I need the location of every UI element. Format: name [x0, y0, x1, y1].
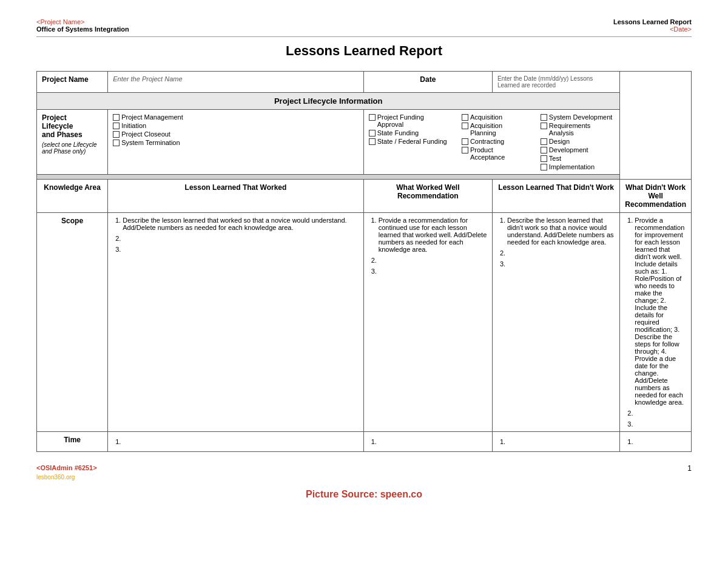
- time-worked-rec-cell[interactable]: 1.: [363, 432, 492, 452]
- date-input[interactable]: Enter the Date (mm/dd/yy) Lessons Learne…: [493, 72, 620, 93]
- label-sf: State Funding: [377, 129, 419, 137]
- lifecycle-item-test[interactable]: Test: [541, 155, 615, 162]
- header-project-name: <Project Name>: [36, 18, 129, 25]
- label-pa: Product Acceptance: [470, 146, 528, 161]
- lifecycle-label-cell: ProjectLifecycleand Phases (select one L…: [37, 110, 108, 175]
- header-date: <Date>: [613, 25, 692, 33]
- watermark-label: lesbon360.org: [36, 474, 97, 480]
- label-pfa: Project Funding Approval: [377, 113, 450, 128]
- lifecycle-item-design[interactable]: Design: [541, 138, 615, 145]
- label-acq: Acquisition: [470, 113, 502, 121]
- checkbox-sd[interactable]: [541, 114, 547, 121]
- page-footer: <OSIAdmin #6251> lesbon360.org 1: [36, 462, 692, 480]
- checkbox-pfa[interactable]: [369, 114, 376, 121]
- lifecycle-label: ProjectLifecycleand Phases: [42, 113, 83, 139]
- lifecycle-item-impl[interactable]: Implementation: [541, 163, 615, 170]
- lifecycle-item-closeout[interactable]: Project Closeout: [113, 130, 358, 138]
- label-sff: State / Federal Funding: [377, 138, 447, 145]
- lifecycle-item-sd[interactable]: System Development: [541, 113, 615, 121]
- label-design: Design: [549, 138, 570, 145]
- scope-didnt-work-cell[interactable]: Describe the lesson learned that didn't …: [493, 213, 620, 432]
- lifecycle-item-dev[interactable]: Development: [541, 146, 615, 153]
- lifecycle-checkboxes-col3: Acquisition Acquisition Planning Contrac…: [462, 113, 528, 170]
- scope-worked-rec-item-1: Provide a recommendation for continued u…: [379, 217, 487, 253]
- lifecycle-item-termination[interactable]: System Termination: [113, 139, 358, 146]
- checkbox-test[interactable]: [541, 155, 547, 162]
- checkbox-pm[interactable]: [113, 114, 120, 121]
- label-sd: System Development: [549, 113, 613, 121]
- col-worked-rec: What Worked Well Recommendation: [363, 180, 492, 213]
- scope-didnt-work-rec-item-2: 2.: [625, 410, 686, 417]
- spacer-cell-1: [37, 175, 620, 180]
- label-test: Test: [549, 155, 561, 162]
- spacer-row-1: [37, 175, 692, 180]
- project-name-input[interactable]: Enter the Project Name: [108, 72, 363, 93]
- header-right: Lessons Learned Report <Date>: [613, 18, 692, 33]
- time-didnt-work-cell[interactable]: 1.: [493, 432, 620, 452]
- scope-row: Scope Describe the lesson learned that w…: [37, 213, 692, 432]
- lifecycle-sublabel: (select one Lifecycle and Phase only): [42, 141, 103, 155]
- scope-worked-rec-cell[interactable]: Provide a recommendation for continued u…: [363, 213, 492, 432]
- scope-didnt-work-item-1: Describe the lesson learned that didn't …: [507, 217, 615, 246]
- lifecycle-item-sf[interactable]: State Funding: [369, 129, 450, 137]
- lifecycle-item-ra[interactable]: Requirements Analysis: [541, 122, 615, 137]
- checkbox-contracting[interactable]: [462, 138, 468, 145]
- lifecycle-item-pm[interactable]: Project Management: [113, 113, 358, 121]
- lifecycle-item-acqp[interactable]: Acquisition Planning: [462, 122, 528, 137]
- scope-didnt-work-rec-cell[interactable]: Provide a recommendation for improvement…: [620, 213, 692, 432]
- col-knowledge-area: Knowledge Area: [37, 180, 108, 213]
- scope-worked-item-3: 3.: [113, 246, 358, 253]
- column-headers-row: Knowledge Area Lesson Learned That Worke…: [37, 180, 692, 213]
- lifecycle-checkboxes-col1: Project Management Initiation Project Cl…: [113, 113, 358, 146]
- checkbox-design[interactable]: [541, 138, 547, 145]
- checkbox-acqp[interactable]: [462, 123, 468, 129]
- project-name-label: Project Name: [37, 72, 108, 93]
- label-init: Initiation: [121, 122, 146, 129]
- lifecycle-header-row: Project Lifecycle Information: [37, 93, 692, 110]
- lifecycle-item-pfa[interactable]: Project Funding Approval: [369, 113, 450, 128]
- scope-worked-rec-item-3: 3.: [369, 268, 487, 275]
- main-title: Lessons Learned Report: [36, 43, 692, 59]
- header-report-title: Lessons Learned Report: [613, 18, 692, 25]
- project-name-row: Project Name Enter the Project Name Date…: [37, 72, 692, 93]
- scope-worked-item-1: Describe the lesson learned that worked …: [123, 217, 358, 231]
- label-contracting: Contracting: [470, 138, 504, 145]
- label-acqp: Acquisition Planning: [470, 122, 528, 137]
- lifecycle-cols23: Project Funding Approval State Funding S…: [363, 110, 620, 175]
- lifecycle-item-pa[interactable]: Product Acceptance: [462, 146, 528, 161]
- time-worked-cell[interactable]: 1.: [108, 432, 363, 452]
- lifecycle-item-init[interactable]: Initiation: [113, 122, 358, 129]
- scope-didnt-work-item-3: 3.: [497, 260, 615, 268]
- checkbox-ra[interactable]: [541, 123, 547, 129]
- lifecycle-item-sff[interactable]: State / Federal Funding: [369, 138, 450, 145]
- lifecycle-item-acq[interactable]: Acquisition: [462, 113, 528, 121]
- label-ra: Requirements Analysis: [549, 122, 615, 137]
- label-dev: Development: [549, 146, 588, 153]
- checkbox-sff[interactable]: [369, 138, 376, 145]
- checkbox-closeout[interactable]: [113, 131, 120, 138]
- scope-didnt-work-item-2: 2.: [497, 249, 615, 257]
- scope-area-label: Scope: [37, 213, 108, 432]
- osi-admin-label: <OSIAdmin #6251>: [36, 464, 97, 471]
- checkbox-dev[interactable]: [541, 147, 547, 153]
- scope-worked-cell[interactable]: Describe the lesson learned that worked …: [108, 213, 363, 432]
- footer-left: <OSIAdmin #6251> lesbon360.org: [36, 464, 97, 480]
- lifecycle-section-header: Project Lifecycle Information: [37, 93, 620, 110]
- header-org-name: Office of Systems Integration: [36, 25, 129, 33]
- checkbox-pa[interactable]: [462, 147, 468, 153]
- checkbox-sf[interactable]: [369, 130, 376, 137]
- label-closeout: Project Closeout: [121, 130, 170, 138]
- scope-worked-rec-item-2: 2.: [369, 257, 487, 264]
- label-pm: Project Management: [121, 113, 183, 121]
- main-table: Project Name Enter the Project Name Date…: [36, 71, 692, 452]
- checkbox-termination[interactable]: [113, 140, 120, 146]
- time-didnt-work-rec-cell[interactable]: 1.: [620, 432, 692, 452]
- picture-source: Picture Source: speen.co: [36, 489, 692, 500]
- checkbox-init[interactable]: [113, 123, 120, 129]
- time-area-label: Time: [37, 432, 108, 452]
- lifecycle-item-contracting[interactable]: Contracting: [462, 138, 528, 145]
- checkbox-impl[interactable]: [541, 164, 547, 170]
- label-impl: Implementation: [549, 163, 595, 170]
- label-termination: System Termination: [121, 139, 180, 146]
- checkbox-acq[interactable]: [462, 114, 468, 121]
